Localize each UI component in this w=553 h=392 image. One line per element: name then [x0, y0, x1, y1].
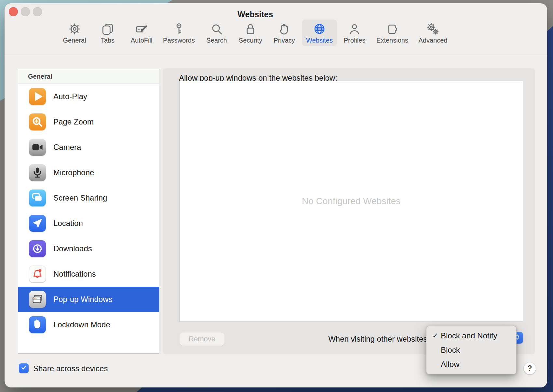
lock-icon	[243, 22, 258, 36]
sidebar-item-label: Downloads	[53, 244, 92, 253]
websites-sidebar: General Auto-Play Page Zoom Camera Micro	[18, 69, 159, 354]
safari-preferences-window: Websites General Tabs AutoFill Passwords	[5, 3, 547, 387]
check-icon	[20, 364, 27, 372]
tab-advanced[interactable]: Advanced	[414, 20, 452, 46]
sidebar-item-label: Page Zoom	[53, 117, 94, 126]
menu-item-allow[interactable]: Allow	[426, 357, 516, 372]
tab-search[interactable]: Search	[202, 20, 231, 46]
empty-list-placeholder: No Configured Websites	[302, 196, 400, 206]
tab-label: Tabs	[101, 37, 115, 44]
zoom-window-button[interactable]	[33, 7, 42, 16]
globe-icon	[312, 22, 327, 36]
sidebar-item-screen-sharing[interactable]: Screen Sharing	[18, 185, 159, 211]
sidebar-item-microphone[interactable]: Microphone	[18, 160, 159, 185]
gear-icon	[67, 22, 82, 36]
puzzle-icon	[385, 22, 399, 36]
sidebar-item-label: Pop-up Windows	[53, 295, 112, 304]
zoom-plus-icon	[29, 113, 46, 130]
minimize-window-button[interactable]	[21, 7, 30, 16]
navigation-icon	[29, 215, 46, 232]
window-title: Websites	[237, 10, 273, 19]
microphone-icon	[29, 164, 46, 181]
magnifier-icon	[209, 22, 224, 36]
menu-item-label: Block	[441, 346, 460, 355]
key-icon	[172, 22, 186, 36]
sidebar-item-label: Screen Sharing	[53, 193, 107, 203]
menu-item-block[interactable]: Block	[426, 343, 516, 357]
sidebar-item-label: Location	[53, 219, 83, 228]
screens-icon	[29, 189, 46, 206]
sidebar-item-label: Microphone	[53, 168, 94, 177]
sidebar-item-location[interactable]: Location	[18, 211, 159, 236]
tab-tabs[interactable]: Tabs	[96, 20, 119, 46]
sidebar-item-label: Auto-Play	[53, 92, 87, 101]
play-icon	[29, 88, 46, 105]
tab-label: General	[63, 37, 86, 44]
tab-label: Extensions	[376, 37, 408, 44]
tabs-icon	[101, 22, 115, 36]
sidebar-item-label: Lockdown Mode	[53, 320, 110, 329]
raised-hand-icon	[29, 316, 46, 333]
tab-label: Websites	[306, 37, 333, 44]
bell-icon	[29, 266, 46, 282]
tab-profiles[interactable]: Profiles	[340, 20, 370, 46]
tab-extensions[interactable]: Extensions	[372, 20, 412, 46]
help-button[interactable]: ?	[524, 362, 536, 374]
menu-item-label: Block and Notify	[441, 331, 497, 340]
tab-security[interactable]: Security	[235, 20, 266, 46]
sidebar-item-page-zoom[interactable]: Page Zoom	[18, 109, 159, 135]
popup-windows-panel: Allow pop-up windows on the websites bel…	[163, 68, 535, 354]
checkmark-icon: ✓	[432, 332, 441, 340]
sidebar-item-label: Notifications	[53, 269, 96, 279]
sidebar-item-downloads[interactable]: Downloads	[18, 236, 159, 261]
share-across-devices-checkbox[interactable]	[19, 363, 29, 373]
video-camera-icon	[29, 139, 46, 156]
person-icon	[347, 22, 362, 36]
tab-autofill[interactable]: AutoFill	[127, 20, 157, 46]
tab-label: Passwords	[163, 37, 195, 44]
sidebar-item-pop-up-windows[interactable]: Pop-up Windows	[18, 287, 159, 312]
when-visiting-label: When visiting other websites:	[328, 332, 429, 346]
default-policy-menu: ✓ Block and Notify Block Allow	[426, 326, 517, 374]
hand-icon	[277, 22, 291, 36]
tab-label: Profiles	[344, 37, 366, 44]
sidebar-section-header: General	[18, 69, 159, 84]
configured-websites-list[interactable]: No Configured Websites	[179, 81, 523, 322]
tab-label: Search	[206, 37, 227, 44]
menu-item-label: Allow	[441, 360, 459, 369]
tab-general[interactable]: General	[59, 20, 90, 46]
download-icon	[29, 240, 46, 257]
popup-window-icon	[29, 291, 46, 308]
share-across-devices-label: Share across devices	[33, 363, 108, 373]
tab-websites[interactable]: Websites	[302, 20, 337, 46]
autofill-icon	[134, 22, 149, 36]
sidebar-item-notifications[interactable]: Notifications	[18, 261, 159, 287]
close-window-button[interactable]	[9, 7, 18, 16]
sidebar-item-lockdown-mode[interactable]: Lockdown Mode	[18, 312, 159, 337]
sidebar-item-auto-play[interactable]: Auto-Play	[18, 84, 159, 109]
preferences-toolbar: Websites General Tabs AutoFill Passwords	[5, 3, 547, 55]
tab-label: Privacy	[274, 37, 295, 44]
gears-icon	[426, 22, 440, 36]
sidebar-item-label: Camera	[53, 143, 81, 152]
remove-button[interactable]: Remove	[179, 332, 225, 346]
tab-passwords[interactable]: Passwords	[159, 20, 199, 46]
tab-label: AutoFill	[131, 37, 153, 44]
tab-label: Advanced	[419, 37, 448, 44]
sidebar-item-camera[interactable]: Camera	[18, 135, 159, 160]
tab-privacy[interactable]: Privacy	[269, 20, 299, 46]
tab-label: Security	[239, 37, 262, 44]
menu-item-block-and-notify[interactable]: ✓ Block and Notify	[426, 329, 516, 343]
